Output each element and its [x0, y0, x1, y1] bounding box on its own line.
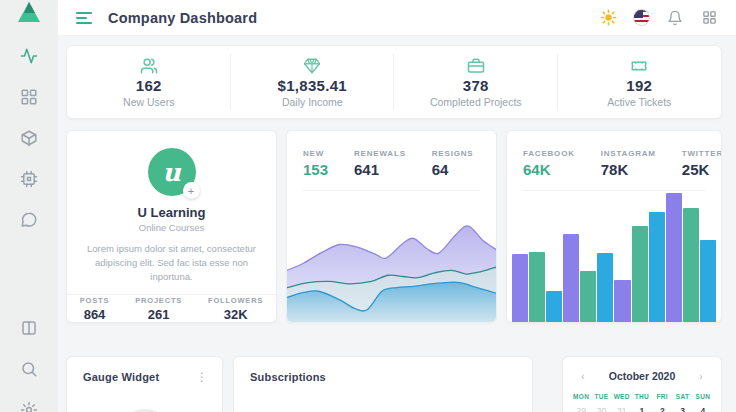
calendar-date[interactable]: 29	[571, 406, 591, 412]
briefcase-icon	[467, 57, 485, 75]
kebab-menu-icon[interactable]: ⋮	[196, 373, 208, 381]
stat-value: 192	[626, 77, 652, 94]
metric-label: NEW	[303, 149, 328, 158]
subscriptions-card-title: Subscriptions	[250, 371, 326, 383]
gauge-card-title: Gauge Widget	[83, 371, 159, 383]
calendar-date[interactable]: 31	[612, 406, 632, 412]
calendar-date[interactable]: 4	[693, 406, 713, 412]
metric-label: FACEBOOK	[523, 149, 575, 158]
day-header: WED	[612, 393, 632, 400]
stat-completed-projects[interactable]: 378 Completed Projects	[394, 46, 558, 118]
profile-stat-label: PROJECTS	[135, 296, 182, 305]
add-follow-button[interactable]: +	[183, 182, 200, 199]
stat-value: 162	[136, 77, 162, 94]
sidebar-nav	[19, 46, 39, 412]
apps-grid-icon[interactable]	[700, 9, 718, 27]
cube-icon	[20, 129, 38, 147]
calendar-date[interactable]: 1	[632, 406, 652, 412]
cpu-icon	[20, 170, 38, 188]
sidebar-item-messages[interactable]	[19, 210, 39, 230]
stat-active-tickets[interactable]: 192 Active Tickets	[558, 46, 722, 118]
theme-sun-icon[interactable]	[599, 9, 617, 27]
triangle-logo-icon	[16, 0, 42, 24]
metric-value: 78K	[601, 161, 656, 178]
metric-label: INSTAGRAM	[601, 149, 656, 158]
sidebar-item-search[interactable]	[19, 359, 39, 379]
metric-new: NEW 153	[303, 149, 328, 178]
calendar-prev-icon[interactable]: ‹	[577, 371, 589, 382]
metric-instagram: INSTAGRAM 78K	[601, 149, 656, 178]
subscribers-trend-card: NEW 153 RENEWALS 641 RESIGNS 64	[286, 130, 497, 323]
search-icon	[20, 360, 38, 378]
profile-bio: Lorem ipsum dolor sit amet, consectetur …	[81, 242, 262, 283]
gauge-widget-card: Gauge Widget ⋮	[66, 356, 223, 412]
subscriptions-card: Subscriptions 800	[233, 356, 533, 412]
stats-summary-card: 162 New Users $1,835.41 Daily Income 378…	[66, 45, 722, 119]
profile-stat-label: FOLLOWERS	[208, 296, 263, 305]
profile-card: u + U Learning Online Courses Lorem ipsu…	[66, 130, 277, 323]
stat-label: Daily Income	[282, 96, 343, 108]
sidebar-item-layout[interactable]	[19, 318, 39, 338]
bar-1	[512, 254, 528, 322]
calendar-card: ‹ October 2020 › MON TUE WED THU FRI SAT…	[562, 356, 722, 412]
day-header: SAT	[672, 393, 692, 400]
diamond-icon	[303, 57, 321, 75]
area-chart	[287, 199, 496, 322]
trend-metrics: NEW 153 RENEWALS 641 RESIGNS 64	[287, 131, 496, 190]
calendar-date[interactable]: 3	[672, 406, 692, 412]
profile-name: U Learning	[138, 205, 206, 220]
chat-icon	[20, 211, 38, 229]
calendar-day-headers: MON TUE WED THU FRI SAT SUN	[563, 393, 721, 400]
bar-11	[683, 208, 699, 322]
sidebar-item-system[interactable]	[19, 169, 39, 189]
profile-stat-value: 864	[80, 307, 109, 322]
activity-icon	[20, 47, 38, 65]
bar-12	[700, 240, 716, 322]
calendar-date[interactable]: 30	[591, 406, 611, 412]
sidebar-item-settings[interactable]	[19, 400, 39, 412]
sidebar-item-activity[interactable]	[19, 46, 39, 66]
profile-avatar: u +	[148, 148, 196, 196]
divider	[523, 190, 705, 191]
bar-chart	[507, 192, 721, 322]
bar-6	[597, 253, 613, 322]
social-reach-card: FACEBOOK 64K INSTAGRAM 78K TWITTER 25K	[506, 130, 722, 323]
day-header: FRI	[652, 393, 672, 400]
bar-3	[546, 291, 562, 322]
profile-subtitle: Online Courses	[139, 222, 204, 233]
metric-renewals: RENEWALS 641	[354, 149, 406, 178]
divider	[303, 190, 480, 191]
header: Company Dashboard	[58, 0, 736, 36]
sidebar-item-packages[interactable]	[19, 128, 39, 148]
stat-label: New Users	[123, 96, 174, 108]
sidebar-item-dashboard[interactable]	[19, 87, 39, 107]
grid-icon	[20, 88, 38, 106]
bar-8	[632, 226, 648, 322]
language-flag-icon[interactable]	[633, 9, 650, 26]
stat-new-users[interactable]: 162 New Users	[67, 46, 231, 118]
profile-stat-value: 261	[135, 307, 182, 322]
metric-twitter: TWITTER 25K	[682, 149, 722, 178]
day-header: TUE	[591, 393, 611, 400]
day-header: THU	[632, 393, 652, 400]
app-logo[interactable]	[0, 0, 58, 24]
metric-label: RENEWALS	[354, 149, 406, 158]
calendar-date[interactable]: 2	[652, 406, 672, 412]
metric-facebook: FACEBOOK 64K	[523, 149, 575, 178]
profile-stat-posts: POSTS 864	[80, 296, 109, 322]
hamburger-menu-icon[interactable]	[76, 12, 94, 24]
profile-stat-value: 32K	[208, 307, 263, 322]
notifications-bell-icon[interactable]	[666, 9, 684, 27]
page-title: Company Dashboard	[108, 10, 257, 26]
stat-daily-income[interactable]: $1,835.41 Daily Income	[231, 46, 395, 118]
calendar-next-icon[interactable]: ›	[695, 371, 707, 382]
stat-label: Active Tickets	[607, 96, 671, 108]
metric-label: RESIGNS	[432, 149, 474, 158]
calendar-dates-row: 29 30 31 1 2 3 4	[563, 406, 721, 412]
metric-resigns: RESIGNS 64	[432, 149, 474, 178]
profile-stat-label: POSTS	[80, 296, 109, 305]
metric-value: 25K	[682, 161, 722, 178]
day-header: MON	[571, 393, 591, 400]
bar-10	[666, 193, 682, 322]
bar-2	[529, 252, 545, 322]
